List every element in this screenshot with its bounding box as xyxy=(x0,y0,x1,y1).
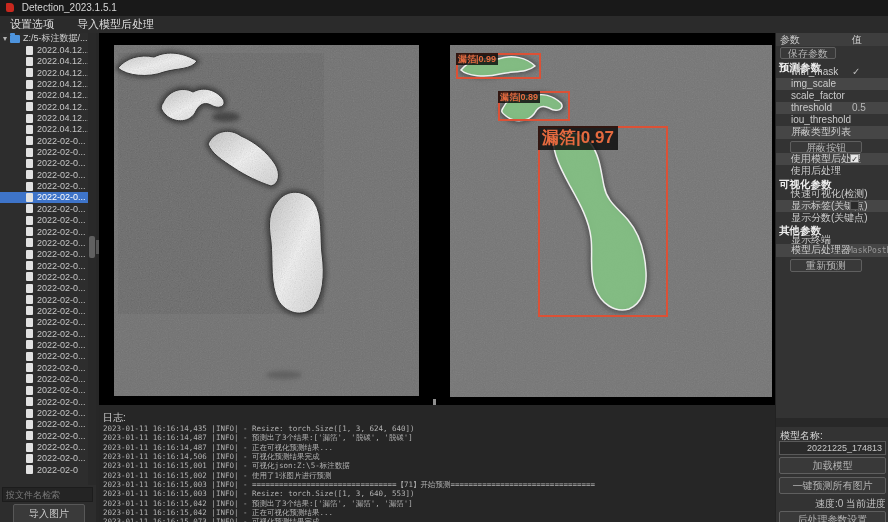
checkbox-unchecked-icon[interactable] xyxy=(850,201,859,210)
tree-item[interactable]: 2022-02-0 xyxy=(0,464,88,475)
tree-item[interactable]: 2022-02-0... xyxy=(0,373,88,384)
chevron-down-icon[interactable]: ▾ xyxy=(3,34,7,43)
menu-settings[interactable]: 设置选项 xyxy=(0,16,64,33)
tree-item[interactable]: 2022.04.12... xyxy=(0,78,88,89)
post-process-settings-button[interactable]: 后处理参数设置 xyxy=(779,511,886,522)
tree-item[interactable]: 2022-02-0... xyxy=(0,385,88,396)
progress-text: 速度:0 当前进度 xyxy=(776,497,886,511)
tree-item[interactable]: 2022-02-0... xyxy=(0,237,88,248)
tree-item[interactable]: 2022-02-0... xyxy=(0,362,88,373)
file-icon xyxy=(26,250,33,259)
tree-scrollbar-thumb[interactable] xyxy=(89,236,95,258)
tree-item[interactable]: 2022-02-0... xyxy=(0,260,88,271)
tree-item-label: 2022-02-0... xyxy=(37,442,86,452)
tree-item-label: 2022-02-0... xyxy=(37,204,86,214)
tree-item[interactable]: 2022.04.12... xyxy=(0,124,88,135)
file-icon xyxy=(26,318,33,327)
tree-scrollbar[interactable] xyxy=(88,33,96,485)
log-panel[interactable]: 日志: 2023-01-11 16:16:14,435 |INFO| - Res… xyxy=(99,405,775,522)
check-icon: ✓ xyxy=(852,66,860,78)
tree-item[interactable]: 2022-02-0... xyxy=(0,351,88,362)
model-name-field[interactable]: 20221225_174813 xyxy=(779,441,886,455)
tree-item[interactable]: 2022-02-0... xyxy=(0,317,88,328)
tree-item-label: 2022-02-0... xyxy=(37,170,86,180)
tree-item[interactable]: 2022-02-0... xyxy=(0,180,88,191)
param-row-mask-type-list[interactable]: 屏蔽类型列表 xyxy=(776,126,888,139)
file-tree[interactable]: ▾ Z:/5-标注数据/... 2022.04.12...2022.04.12.… xyxy=(0,33,88,485)
tree-item[interactable]: 2022-02-0... xyxy=(0,453,88,464)
log-line: 2023-01-11 16:16:14,487 |INFO| - 预测出了3个结… xyxy=(103,433,595,442)
save-params-button[interactable]: 保存参数 xyxy=(780,47,836,59)
detection-label: 漏箔|0.89 xyxy=(498,91,540,103)
tree-item[interactable]: 2022.04.12... xyxy=(0,90,88,101)
param-row-img-scale[interactable]: img_scale xyxy=(776,78,888,90)
tree-item[interactable]: 2022-02-0... xyxy=(0,294,88,305)
tree-item-label: 2022-02-0... xyxy=(37,453,86,463)
tree-item[interactable]: 2022-02-0... xyxy=(0,328,88,339)
tree-item[interactable]: 2022-02-0... xyxy=(0,226,88,237)
menu-import-post[interactable]: 导入模型后处理 xyxy=(67,16,164,33)
param-row-show-score[interactable]: 显示分数(关键点) xyxy=(776,212,888,224)
param-row-use-post[interactable]: 使用后处理 xyxy=(776,165,888,177)
tree-item[interactable]: 2022-02-0... xyxy=(0,339,88,350)
tree-item[interactable]: 2022.04.12... xyxy=(0,101,88,112)
tree-item[interactable]: 2022.04.12... xyxy=(0,67,88,78)
import-images-button[interactable]: 导入图片 xyxy=(13,504,85,522)
tree-item[interactable]: 2022.04.12... xyxy=(0,112,88,123)
tree-item-label: 2022-02-0... xyxy=(37,147,86,157)
mask-button[interactable]: 屏蔽按钮 xyxy=(790,141,862,153)
file-icon xyxy=(26,431,33,440)
tree-item[interactable]: 2022-02-0... xyxy=(0,430,88,441)
file-icon xyxy=(26,340,33,349)
file-icon xyxy=(26,91,33,100)
file-tree-panel: ▾ Z:/5-标注数据/... 2022.04.12...2022.04.12.… xyxy=(0,33,96,522)
tree-item-label: 2022-02-0... xyxy=(37,181,86,191)
load-model-button[interactable]: 加载模型 xyxy=(779,457,886,474)
tree-item-label: 2022-02-0... xyxy=(37,306,86,316)
tree-item[interactable]: 2022-02-0... xyxy=(0,419,88,430)
prediction-image-panel[interactable]: 漏箔|0.99 漏箔|0.89 漏箔|0.97 xyxy=(450,45,772,397)
file-icon xyxy=(26,148,33,157)
param-row-model-post-processor[interactable]: 模型后处理器 MaskPostPro xyxy=(776,244,888,257)
tree-item[interactable]: 2022-02-0... xyxy=(0,146,88,157)
tree-item[interactable]: 2022-02-0... xyxy=(0,215,88,226)
param-row-use-model-post[interactable]: 使用模型后处理 ✓ xyxy=(776,153,888,165)
tree-item[interactable]: 2022-02-0... xyxy=(0,158,88,169)
tree-item[interactable]: 2022.04.12... xyxy=(0,56,88,67)
repredict-button[interactable]: 重新预测 xyxy=(790,259,862,272)
folder-icon xyxy=(10,35,20,43)
filename-search-input[interactable] xyxy=(2,487,93,502)
param-row-with-mask[interactable]: with_mask ✓ xyxy=(776,66,888,78)
predict-all-button[interactable]: 一键预测所有图片 xyxy=(779,477,886,494)
tree-item[interactable]: 2022-02-0... xyxy=(0,305,88,316)
tree-item[interactable]: 2022-02-0... xyxy=(0,192,88,203)
file-icon xyxy=(26,102,33,111)
tree-item[interactable]: 2022-02-0... xyxy=(0,271,88,282)
file-icon xyxy=(26,182,33,191)
tree-item-label: 2022-02-0... xyxy=(37,329,86,339)
tree-item[interactable]: 2022-02-0... xyxy=(0,396,88,407)
tree-item-label: 2022-02-0... xyxy=(37,261,86,271)
param-row-scale-factor[interactable]: scale_factor xyxy=(776,90,888,102)
tree-item[interactable]: 2022-02-0... xyxy=(0,135,88,146)
detection-box: 漏箔|0.89 xyxy=(498,91,570,121)
log-line: 2023-01-11 16:16:15,003 |INFO| - Resize:… xyxy=(103,489,595,498)
tree-item[interactable]: 2022-02-0... xyxy=(0,407,88,418)
tree-item-label: 2022-02-0... xyxy=(37,408,86,418)
tree-root[interactable]: ▾ Z:/5-标注数据/... xyxy=(0,33,88,44)
log-line: 2023-01-11 16:16:15,042 |INFO| - 预测出了3个结… xyxy=(103,499,595,508)
source-image-panel[interactable] xyxy=(114,45,419,396)
tree-item-label: 2022.04.12... xyxy=(37,79,88,89)
param-row-iou-threshold[interactable]: iou_threshold xyxy=(776,114,888,126)
tree-item[interactable]: 2022-02-0... xyxy=(0,249,88,260)
param-row-threshold[interactable]: threshold 0.5 xyxy=(776,102,888,114)
tree-item[interactable]: 2022.04.12... xyxy=(0,44,88,55)
tree-item-label: 2022-02-0... xyxy=(37,215,86,225)
param-row-show-label[interactable]: 显示标签(关键点) xyxy=(776,200,888,212)
tree-item[interactable]: 2022-02-0... xyxy=(0,441,88,452)
param-row-quick-visual[interactable]: 快速可视化(检测) xyxy=(776,188,888,200)
tree-item[interactable]: 2022-02-0... xyxy=(0,283,88,294)
tree-item[interactable]: 2022-02-0... xyxy=(0,169,88,180)
checkbox-checked-icon[interactable]: ✓ xyxy=(850,154,859,163)
tree-item[interactable]: 2022-02-0... xyxy=(0,203,88,214)
